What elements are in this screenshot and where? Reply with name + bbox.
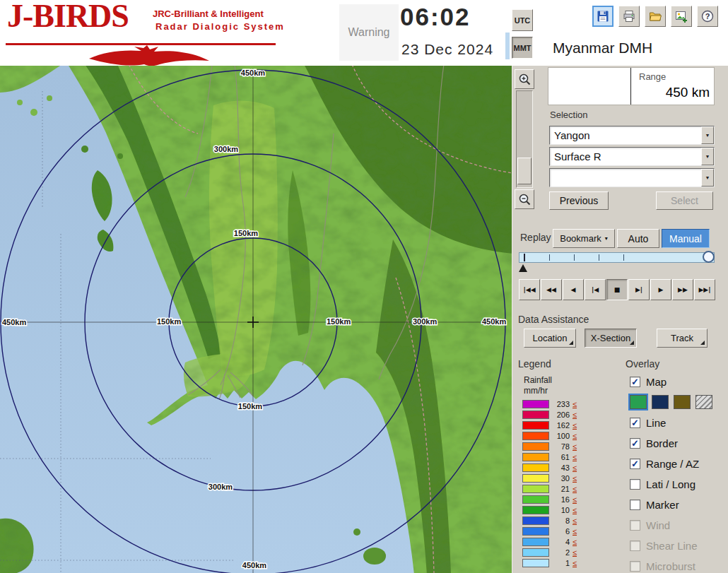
legend-entry: 61≤ <box>522 451 607 462</box>
replay-timeline-slider[interactable] <box>519 252 715 263</box>
ring-label-300-top: 300km <box>214 145 238 153</box>
map-style-swatch[interactable] <box>695 395 712 409</box>
location-button[interactable]: Location <box>524 329 576 348</box>
timeline-tick <box>549 254 550 261</box>
magnifier-minus-icon <box>518 193 532 206</box>
station-title: Myanmar DMH <box>553 40 652 57</box>
map-style-swatch[interactable] <box>674 395 691 409</box>
check-mark-icon: ✓ <box>631 439 639 447</box>
less-equal-symbol: ≤ <box>573 506 577 514</box>
auto-mode-button[interactable]: Auto <box>617 229 659 248</box>
playback-play-reverse-button[interactable]: ◀ <box>563 279 584 300</box>
zoom-in-button[interactable] <box>515 69 534 89</box>
playback-fast-rewind-button[interactable]: ◀◀ <box>541 279 562 300</box>
bookmark-button-label: Bookmark <box>560 233 601 244</box>
legend-entry: 206≤ <box>522 409 607 420</box>
dropdown-arrow-button[interactable]: ▼ <box>701 126 714 144</box>
mmt-button[interactable]: MMT <box>512 37 533 59</box>
print-button[interactable] <box>618 6 640 27</box>
legend-color-swatch <box>522 463 549 472</box>
legend-color-swatch <box>522 474 549 483</box>
playback-stop-button[interactable]: ■ <box>606 279 628 300</box>
legend-threshold-value: 10 <box>551 506 570 514</box>
legend-entry: 43≤ <box>522 462 607 473</box>
data-assistance-label: Data Assistance <box>518 314 589 325</box>
radar-map-display[interactable]: 450km 300km 150km 450km 150km 150km 300k… <box>0 66 512 573</box>
dropdown-arrow-button[interactable]: ▼ <box>701 169 714 187</box>
wind-checkbox <box>630 520 640 531</box>
replay-section-label: Replay <box>520 232 551 243</box>
overlay-item-label: Border <box>646 437 678 449</box>
zoom-slider-track[interactable] <box>516 90 533 188</box>
control-panel: Range 450 km Selection Yangon▼Surface R▼… <box>512 66 728 573</box>
legend-color-swatch <box>522 432 549 440</box>
marker-checkbox[interactable] <box>630 500 640 510</box>
open-folder-button[interactable] <box>645 6 666 27</box>
legend-entry: 21≤ <box>522 483 607 494</box>
help-button[interactable]: ? <box>697 6 718 27</box>
timeline-start-tick <box>524 254 525 261</box>
playback-step-back-button[interactable]: |◀ <box>585 279 606 300</box>
dropdown-arrow-button[interactable]: ▼ <box>701 148 714 165</box>
legend-entry: 30≤ <box>522 473 607 483</box>
map-style-swatch[interactable] <box>652 395 669 409</box>
jbirds-application: J-BIRDS JRC-Brilliant & Intelligent Rada… <box>0 0 728 573</box>
chevron-down-icon: ▼ <box>705 175 710 180</box>
select-button[interactable]: Select <box>656 191 713 210</box>
previous-button[interactable]: Previous <box>549 191 609 210</box>
less-equal-symbol: ≤ <box>573 453 577 461</box>
legend-threshold-value: 4 <box>551 538 570 546</box>
ring-label-150-right: 150km <box>327 317 351 326</box>
legend-threshold-value: 162 <box>551 421 570 430</box>
zoom-out-button[interactable] <box>515 189 534 209</box>
overlay-item-lati-long[interactable]: Lati / Long <box>630 476 726 492</box>
microburst-checkbox <box>630 561 640 572</box>
track-button[interactable]: Track <box>657 329 708 348</box>
legend-section-label: Legend <box>518 358 551 370</box>
utc-button[interactable]: UTC <box>512 9 533 31</box>
overlay-item-marker[interactable]: Marker <box>630 497 726 512</box>
less-equal-symbol: ≤ <box>573 527 577 536</box>
manual-mode-button[interactable]: Manual <box>662 229 710 248</box>
less-equal-symbol: ≤ <box>573 421 577 430</box>
ring-label-450-top: 450km <box>241 69 265 77</box>
image-plus-icon <box>675 10 688 23</box>
legend-color-swatch <box>522 538 549 546</box>
playback-skip-to-start-button[interactable]: |◀◀ <box>519 279 540 300</box>
selection-dropdown-blank[interactable]: ▼ <box>549 168 715 187</box>
less-equal-symbol: ≤ <box>573 485 577 493</box>
check-mark-icon: ✓ <box>631 419 639 427</box>
legend-threshold-value: 2 <box>551 548 570 557</box>
timeline-thumb[interactable] <box>703 251 715 263</box>
selection-dropdown-yangon[interactable]: Yangon▼ <box>549 126 715 145</box>
export-image-button[interactable] <box>671 6 692 27</box>
overlay-item-range-az[interactable]: ✓Range / AZ <box>630 456 726 471</box>
lati-long-checkbox[interactable] <box>630 479 640 490</box>
zoom-slider-thumb[interactable] <box>517 158 532 184</box>
legend-threshold-value: 30 <box>551 474 570 483</box>
map-style-swatch-selected[interactable] <box>630 395 647 409</box>
x-section-button[interactable]: X-Section <box>585 329 637 348</box>
playback-skip-to-end-button[interactable]: ▶▶| <box>694 279 715 300</box>
selection-section-label: Selection <box>550 110 587 120</box>
overlay-item-line[interactable]: ✓Line <box>630 415 726 430</box>
legend-threshold-value: 206 <box>551 410 570 419</box>
legend-threshold-value: 78 <box>551 442 570 451</box>
overlay-item-border[interactable]: ✓Border <box>630 435 726 451</box>
playback-fast-forward-button[interactable]: ▶▶ <box>672 279 693 300</box>
overlay-item-map[interactable]: ✓Map <box>630 374 726 389</box>
bookmark-button[interactable]: Bookmark ▾ <box>553 229 615 248</box>
range-az-checkbox[interactable]: ✓ <box>630 459 640 469</box>
border-checkbox[interactable]: ✓ <box>630 438 640 449</box>
legend-color-swatch <box>522 495 549 504</box>
playback-play-button[interactable]: ▶ <box>650 279 671 300</box>
save-button[interactable] <box>592 6 613 27</box>
range-value: 450 km <box>666 85 710 100</box>
legend-threshold-value: 8 <box>551 516 570 525</box>
playback-step-forward-button[interactable]: ▶| <box>628 279 650 300</box>
legend-color-swatch <box>522 516 549 525</box>
line-checkbox[interactable]: ✓ <box>630 418 640 428</box>
selection-dropdown-surface-r[interactable]: Surface R▼ <box>549 147 715 166</box>
map-checkbox[interactable]: ✓ <box>630 377 640 387</box>
range-divider <box>630 68 631 105</box>
